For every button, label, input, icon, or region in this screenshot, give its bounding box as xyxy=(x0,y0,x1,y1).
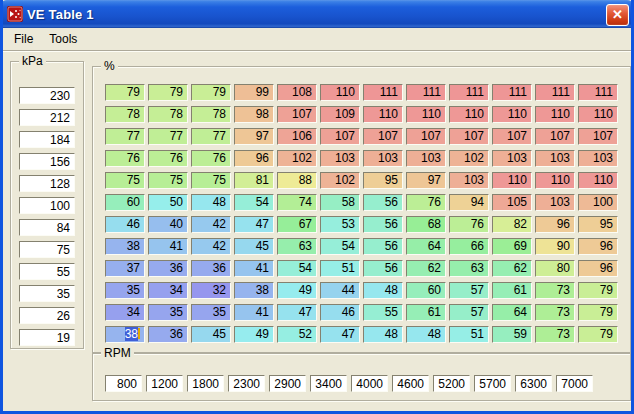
ve-cell-r9c7[interactable]: 60 xyxy=(406,282,446,299)
ve-cell-r4c9[interactable]: 110 xyxy=(492,172,532,189)
ve-cell-r10c2[interactable]: 35 xyxy=(191,304,231,321)
kpa-field-0[interactable] xyxy=(19,87,75,104)
ve-cell-r5c5[interactable]: 58 xyxy=(320,194,360,211)
ve-cell-r2c2[interactable]: 77 xyxy=(191,128,231,145)
ve-cell-r11c5[interactable]: 47 xyxy=(320,326,360,343)
ve-cell-r1c0[interactable]: 78 xyxy=(105,106,145,123)
ve-cell-r0c3[interactable]: 99 xyxy=(234,84,274,101)
ve-cell-r10c1[interactable]: 35 xyxy=(148,304,188,321)
kpa-field-4[interactable] xyxy=(19,175,75,192)
kpa-field-10[interactable] xyxy=(19,307,75,324)
ve-cell-r9c8[interactable]: 57 xyxy=(449,282,489,299)
ve-cell-r8c7[interactable]: 62 xyxy=(406,260,446,277)
ve-cell-r6c0[interactable]: 46 xyxy=(105,216,145,233)
ve-cell-r4c8[interactable]: 103 xyxy=(449,172,489,189)
ve-cell-r8c0[interactable]: 37 xyxy=(105,260,145,277)
ve-cell-r4c6[interactable]: 95 xyxy=(363,172,403,189)
ve-cell-r1c7[interactable]: 110 xyxy=(406,106,446,123)
rpm-field-9[interactable] xyxy=(474,375,511,392)
ve-cell-r8c9[interactable]: 62 xyxy=(492,260,532,277)
ve-cell-r11c7[interactable]: 48 xyxy=(406,326,446,343)
ve-cell-r5c8[interactable]: 94 xyxy=(449,194,489,211)
ve-cell-r4c11[interactable]: 110 xyxy=(578,172,618,189)
ve-cell-r9c4[interactable]: 49 xyxy=(277,282,317,299)
kpa-field-6[interactable] xyxy=(19,219,75,236)
ve-cell-r11c0[interactable]: 38 xyxy=(105,326,145,343)
ve-cell-r4c7[interactable]: 97 xyxy=(406,172,446,189)
ve-cell-r9c9[interactable]: 61 xyxy=(492,282,532,299)
ve-cell-r7c9[interactable]: 69 xyxy=(492,238,532,255)
rpm-field-0[interactable] xyxy=(105,375,142,392)
rpm-field-6[interactable] xyxy=(351,375,388,392)
ve-cell-r11c3[interactable]: 49 xyxy=(234,326,274,343)
kpa-field-3[interactable] xyxy=(19,153,75,170)
kpa-field-2[interactable] xyxy=(19,131,75,148)
rpm-field-3[interactable] xyxy=(228,375,265,392)
kpa-field-5[interactable] xyxy=(19,197,75,214)
ve-cell-r3c7[interactable]: 103 xyxy=(406,150,446,167)
ve-cell-r7c10[interactable]: 90 xyxy=(535,238,575,255)
ve-cell-r9c1[interactable]: 34 xyxy=(148,282,188,299)
ve-cell-r2c9[interactable]: 107 xyxy=(492,128,532,145)
ve-cell-r10c9[interactable]: 64 xyxy=(492,304,532,321)
ve-cell-r9c5[interactable]: 44 xyxy=(320,282,360,299)
ve-cell-r10c4[interactable]: 47 xyxy=(277,304,317,321)
ve-cell-r3c3[interactable]: 96 xyxy=(234,150,274,167)
ve-cell-r3c10[interactable]: 103 xyxy=(535,150,575,167)
ve-cell-r1c8[interactable]: 110 xyxy=(449,106,489,123)
ve-cell-r1c4[interactable]: 107 xyxy=(277,106,317,123)
ve-cell-r6c4[interactable]: 67 xyxy=(277,216,317,233)
ve-cell-r10c10[interactable]: 73 xyxy=(535,304,575,321)
ve-cell-r3c1[interactable]: 76 xyxy=(148,150,188,167)
ve-cell-r4c1[interactable]: 75 xyxy=(148,172,188,189)
rpm-field-11[interactable] xyxy=(556,375,593,392)
ve-cell-r5c7[interactable]: 76 xyxy=(406,194,446,211)
ve-cell-r3c8[interactable]: 102 xyxy=(449,150,489,167)
ve-cell-r0c8[interactable]: 111 xyxy=(449,84,489,101)
ve-cell-r3c9[interactable]: 103 xyxy=(492,150,532,167)
ve-cell-r0c1[interactable]: 79 xyxy=(148,84,188,101)
ve-cell-r3c6[interactable]: 103 xyxy=(363,150,403,167)
ve-cell-r7c7[interactable]: 64 xyxy=(406,238,446,255)
ve-cell-r1c3[interactable]: 98 xyxy=(234,106,274,123)
ve-cell-r0c4[interactable]: 108 xyxy=(277,84,317,101)
ve-cell-r0c6[interactable]: 111 xyxy=(363,84,403,101)
ve-cell-r8c2[interactable]: 36 xyxy=(191,260,231,277)
ve-cell-r5c11[interactable]: 100 xyxy=(578,194,618,211)
ve-cell-r10c6[interactable]: 55 xyxy=(363,304,403,321)
ve-cell-r3c5[interactable]: 103 xyxy=(320,150,360,167)
rpm-field-7[interactable] xyxy=(392,375,429,392)
ve-cell-r7c11[interactable]: 96 xyxy=(578,238,618,255)
ve-cell-r1c1[interactable]: 78 xyxy=(148,106,188,123)
ve-cell-r8c10[interactable]: 80 xyxy=(535,260,575,277)
ve-cell-r7c1[interactable]: 41 xyxy=(148,238,188,255)
ve-cell-r1c5[interactable]: 109 xyxy=(320,106,360,123)
ve-cell-r1c6[interactable]: 110 xyxy=(363,106,403,123)
ve-cell-r5c3[interactable]: 54 xyxy=(234,194,274,211)
ve-cell-r2c11[interactable]: 107 xyxy=(578,128,618,145)
ve-cell-r4c5[interactable]: 102 xyxy=(320,172,360,189)
ve-cell-r8c4[interactable]: 54 xyxy=(277,260,317,277)
ve-cell-r2c6[interactable]: 107 xyxy=(363,128,403,145)
ve-cell-r0c11[interactable]: 111 xyxy=(578,84,618,101)
ve-cell-r8c8[interactable]: 63 xyxy=(449,260,489,277)
ve-cell-r5c4[interactable]: 74 xyxy=(277,194,317,211)
ve-cell-r6c3[interactable]: 47 xyxy=(234,216,274,233)
rpm-field-2[interactable] xyxy=(187,375,224,392)
ve-cell-r9c3[interactable]: 38 xyxy=(234,282,274,299)
ve-cell-r3c4[interactable]: 102 xyxy=(277,150,317,167)
ve-cell-r11c4[interactable]: 52 xyxy=(277,326,317,343)
ve-cell-r8c5[interactable]: 51 xyxy=(320,260,360,277)
ve-cell-r10c8[interactable]: 57 xyxy=(449,304,489,321)
ve-cell-r1c10[interactable]: 110 xyxy=(535,106,575,123)
rpm-field-8[interactable] xyxy=(433,375,470,392)
ve-cell-r5c2[interactable]: 48 xyxy=(191,194,231,211)
rpm-field-4[interactable] xyxy=(269,375,306,392)
ve-cell-r5c6[interactable]: 56 xyxy=(363,194,403,211)
ve-cell-r8c6[interactable]: 56 xyxy=(363,260,403,277)
ve-cell-r5c0[interactable]: 60 xyxy=(105,194,145,211)
ve-cell-r6c9[interactable]: 82 xyxy=(492,216,532,233)
ve-cell-r9c0[interactable]: 35 xyxy=(105,282,145,299)
ve-cell-r7c0[interactable]: 38 xyxy=(105,238,145,255)
ve-cell-r4c10[interactable]: 110 xyxy=(535,172,575,189)
